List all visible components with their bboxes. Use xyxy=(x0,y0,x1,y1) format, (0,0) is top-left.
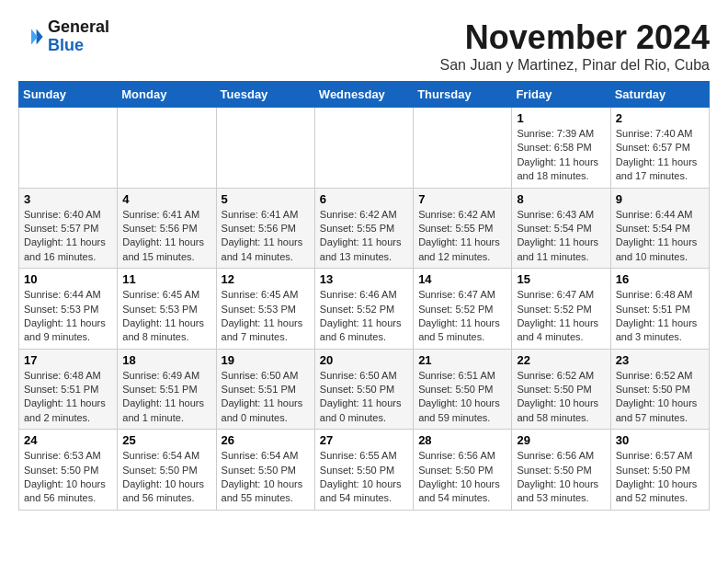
day-number: 8 xyxy=(517,192,605,206)
day-number: 6 xyxy=(320,192,408,206)
logo: General Blue xyxy=(18,18,109,55)
day-number: 11 xyxy=(122,272,210,286)
weekday-header: Thursday xyxy=(414,82,512,108)
calendar-cell xyxy=(414,108,512,189)
logo-icon xyxy=(18,24,44,50)
day-info: Sunrise: 6:47 AM Sunset: 5:52 PM Dayligh… xyxy=(517,288,605,345)
day-info: Sunrise: 6:47 AM Sunset: 5:52 PM Dayligh… xyxy=(418,288,506,345)
calendar-cell: 5Sunrise: 6:41 AM Sunset: 5:56 PM Daylig… xyxy=(216,188,314,269)
weekday-header: Sunday xyxy=(19,82,118,108)
day-number: 23 xyxy=(616,353,704,367)
day-number: 5 xyxy=(222,192,310,206)
calendar-table: SundayMondayTuesdayWednesdayThursdayFrid… xyxy=(18,81,710,511)
day-number: 15 xyxy=(517,272,605,286)
weekday-header: Saturday xyxy=(610,82,709,108)
calendar-cell: 23Sunrise: 6:52 AM Sunset: 5:50 PM Dayli… xyxy=(610,349,709,430)
calendar-cell: 22Sunrise: 6:52 AM Sunset: 5:50 PM Dayli… xyxy=(512,349,610,430)
day-info: Sunrise: 6:45 AM Sunset: 5:53 PM Dayligh… xyxy=(222,288,310,345)
calendar-cell: 2Sunrise: 7:40 AM Sunset: 6:57 PM Daylig… xyxy=(610,108,709,189)
day-info: Sunrise: 6:41 AM Sunset: 5:56 PM Dayligh… xyxy=(122,208,210,265)
day-info: Sunrise: 6:56 AM Sunset: 5:50 PM Dayligh… xyxy=(418,449,506,506)
calendar-cell: 7Sunrise: 6:42 AM Sunset: 5:55 PM Daylig… xyxy=(414,188,512,269)
calendar-cell xyxy=(19,108,118,189)
calendar-cell: 21Sunrise: 6:51 AM Sunset: 5:50 PM Dayli… xyxy=(414,349,512,430)
day-info: Sunrise: 6:44 AM Sunset: 5:54 PM Dayligh… xyxy=(616,208,704,265)
calendar-cell: 4Sunrise: 6:41 AM Sunset: 5:56 PM Daylig… xyxy=(118,188,216,269)
day-info: Sunrise: 7:39 AM Sunset: 6:58 PM Dayligh… xyxy=(517,127,605,184)
day-info: Sunrise: 6:48 AM Sunset: 5:51 PM Dayligh… xyxy=(24,369,112,426)
calendar-cell xyxy=(216,108,314,189)
calendar-cell: 25Sunrise: 6:54 AM Sunset: 5:50 PM Dayli… xyxy=(118,430,216,511)
day-number: 3 xyxy=(24,192,112,206)
day-info: Sunrise: 6:42 AM Sunset: 5:55 PM Dayligh… xyxy=(418,208,506,265)
day-info: Sunrise: 6:46 AM Sunset: 5:52 PM Dayligh… xyxy=(320,288,408,345)
day-info: Sunrise: 6:40 AM Sunset: 5:57 PM Dayligh… xyxy=(24,208,112,265)
logo-text: General Blue xyxy=(48,18,109,55)
day-number: 30 xyxy=(616,433,704,447)
calendar-cell: 14Sunrise: 6:47 AM Sunset: 5:52 PM Dayli… xyxy=(414,269,512,350)
calendar-cell: 8Sunrise: 6:43 AM Sunset: 5:54 PM Daylig… xyxy=(512,188,610,269)
calendar-cell: 24Sunrise: 6:53 AM Sunset: 5:50 PM Dayli… xyxy=(19,430,118,511)
page-header: General Blue November 2024 San Juan y Ma… xyxy=(18,18,710,74)
calendar-cell: 17Sunrise: 6:48 AM Sunset: 5:51 PM Dayli… xyxy=(19,349,118,430)
day-number: 10 xyxy=(24,272,112,286)
day-number: 29 xyxy=(517,433,605,447)
day-number: 18 xyxy=(122,353,210,367)
day-info: Sunrise: 6:44 AM Sunset: 5:53 PM Dayligh… xyxy=(24,288,112,345)
calendar-cell: 29Sunrise: 6:56 AM Sunset: 5:50 PM Dayli… xyxy=(512,430,610,511)
calendar-week-row: 1Sunrise: 7:39 AM Sunset: 6:58 PM Daylig… xyxy=(19,108,710,189)
calendar-cell: 10Sunrise: 6:44 AM Sunset: 5:53 PM Dayli… xyxy=(19,269,118,350)
day-info: Sunrise: 6:50 AM Sunset: 5:51 PM Dayligh… xyxy=(222,369,310,426)
calendar-cell: 3Sunrise: 6:40 AM Sunset: 5:57 PM Daylig… xyxy=(19,188,118,269)
logo-line2: Blue xyxy=(48,37,109,55)
day-info: Sunrise: 6:52 AM Sunset: 5:50 PM Dayligh… xyxy=(616,369,704,426)
calendar-cell: 11Sunrise: 6:45 AM Sunset: 5:53 PM Dayli… xyxy=(118,269,216,350)
calendar-cell xyxy=(118,108,216,189)
calendar-cell xyxy=(314,108,413,189)
calendar-week-row: 10Sunrise: 6:44 AM Sunset: 5:53 PM Dayli… xyxy=(19,269,710,350)
calendar-cell: 30Sunrise: 6:57 AM Sunset: 5:50 PM Dayli… xyxy=(610,430,709,511)
weekday-header: Monday xyxy=(118,82,216,108)
calendar-cell: 9Sunrise: 6:44 AM Sunset: 5:54 PM Daylig… xyxy=(610,188,709,269)
calendar-cell: 6Sunrise: 6:42 AM Sunset: 5:55 PM Daylig… xyxy=(314,188,413,269)
day-number: 28 xyxy=(418,433,506,447)
day-info: Sunrise: 6:42 AM Sunset: 5:55 PM Dayligh… xyxy=(320,208,408,265)
calendar-week-row: 3Sunrise: 6:40 AM Sunset: 5:57 PM Daylig… xyxy=(19,188,710,269)
day-info: Sunrise: 6:54 AM Sunset: 5:50 PM Dayligh… xyxy=(222,449,310,506)
day-number: 7 xyxy=(418,192,506,206)
day-info: Sunrise: 6:56 AM Sunset: 5:50 PM Dayligh… xyxy=(517,449,605,506)
weekday-header: Friday xyxy=(512,82,610,108)
day-info: Sunrise: 6:43 AM Sunset: 5:54 PM Dayligh… xyxy=(517,208,605,265)
calendar-cell: 12Sunrise: 6:45 AM Sunset: 5:53 PM Dayli… xyxy=(216,269,314,350)
day-number: 9 xyxy=(616,192,704,206)
day-info: Sunrise: 6:41 AM Sunset: 5:56 PM Dayligh… xyxy=(222,208,310,265)
calendar-cell: 13Sunrise: 6:46 AM Sunset: 5:52 PM Dayli… xyxy=(314,269,413,350)
month-title: November 2024 xyxy=(440,18,710,57)
day-info: Sunrise: 7:40 AM Sunset: 6:57 PM Dayligh… xyxy=(616,127,704,184)
day-number: 25 xyxy=(122,433,210,447)
calendar-week-row: 17Sunrise: 6:48 AM Sunset: 5:51 PM Dayli… xyxy=(19,349,710,430)
day-info: Sunrise: 6:52 AM Sunset: 5:50 PM Dayligh… xyxy=(517,369,605,426)
calendar-cell: 28Sunrise: 6:56 AM Sunset: 5:50 PM Dayli… xyxy=(414,430,512,511)
day-number: 19 xyxy=(222,353,310,367)
calendar-cell: 27Sunrise: 6:55 AM Sunset: 5:50 PM Dayli… xyxy=(314,430,413,511)
logo-line1: General xyxy=(48,18,109,37)
day-number: 24 xyxy=(24,433,112,447)
day-number: 2 xyxy=(616,111,704,125)
weekday-header: Tuesday xyxy=(216,82,314,108)
day-number: 14 xyxy=(418,272,506,286)
day-number: 4 xyxy=(122,192,210,206)
calendar-cell: 26Sunrise: 6:54 AM Sunset: 5:50 PM Dayli… xyxy=(216,430,314,511)
weekday-header: Wednesday xyxy=(314,82,413,108)
day-number: 17 xyxy=(24,353,112,367)
day-number: 12 xyxy=(222,272,310,286)
day-number: 22 xyxy=(517,353,605,367)
day-number: 27 xyxy=(320,433,408,447)
calendar-week-row: 24Sunrise: 6:53 AM Sunset: 5:50 PM Dayli… xyxy=(19,430,710,511)
day-info: Sunrise: 6:50 AM Sunset: 5:50 PM Dayligh… xyxy=(320,369,408,426)
calendar-cell: 19Sunrise: 6:50 AM Sunset: 5:51 PM Dayli… xyxy=(216,349,314,430)
calendar-cell: 16Sunrise: 6:48 AM Sunset: 5:51 PM Dayli… xyxy=(610,269,709,350)
calendar-cell: 18Sunrise: 6:49 AM Sunset: 5:51 PM Dayli… xyxy=(118,349,216,430)
location-subtitle: San Juan y Martinez, Pinar del Rio, Cuba xyxy=(440,57,710,74)
day-number: 16 xyxy=(616,272,704,286)
